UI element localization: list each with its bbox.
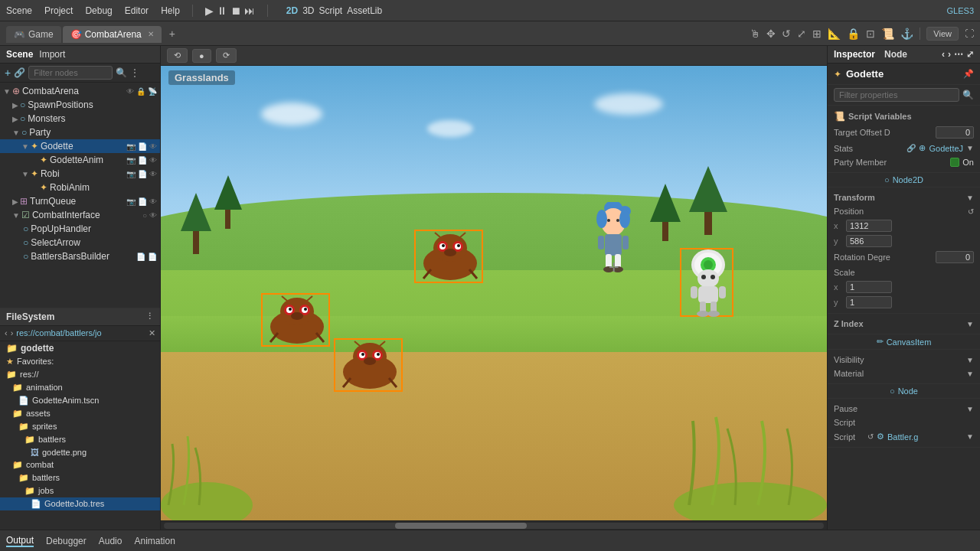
zindex-dropdown[interactable]: ▼ [966, 320, 974, 328]
filter-nodes-input[interactable] [28, 66, 113, 80]
target-offset-value[interactable]: 0 [936, 126, 974, 139]
menu-editor[interactable]: Editor [125, 5, 149, 16]
assetlib-button[interactable]: AssetLib [347, 5, 382, 16]
insp-nav-history[interactable]: ⋯ [954, 49, 963, 60]
animation-tab[interactable]: Animation [134, 536, 175, 546]
viewport-center-button[interactable]: ● [192, 49, 211, 63]
rotate-tool-button[interactable]: ↺ [782, 28, 791, 40]
tree-item-turnqueue[interactable]: ▶ ⊞ TurnQueue 📷 📄 👁 [0, 194, 160, 208]
pause-button[interactable]: ⏸ [217, 5, 227, 17]
scale-tool-button[interactable]: ⤢ [797, 28, 806, 40]
fs-sprites[interactable]: 📁 sprites [0, 420, 160, 433]
tree-item-combatarena[interactable]: ▼ ⊕ CombatArena 👁 🔒 📡 [0, 84, 160, 98]
fullscreen-button[interactable]: ⛶ [965, 28, 974, 39]
tree-item-spawnpositions[interactable]: ▶ ○ SpawnPositions [0, 98, 160, 112]
scale-y-value[interactable]: 1 [846, 296, 892, 308]
select-tool-button[interactable]: 🖱 [750, 28, 760, 40]
script-variables-title[interactable]: 📜 Script Variables [828, 109, 980, 124]
menu-project[interactable]: Project [44, 5, 73, 16]
script-tool-button[interactable]: 📜 [881, 28, 894, 40]
tree-item-popuphandler[interactable]: ○ PopUpHandler [0, 222, 160, 236]
fs-close-button[interactable]: ✕ [149, 328, 155, 338]
stop-button[interactable]: ⏹ [230, 5, 241, 17]
scene-tab[interactable]: Scene [6, 49, 33, 60]
anchor-tool-button[interactable]: ⚓ [900, 28, 913, 40]
tree-item-monsters[interactable]: ▶ ○ Monsters [0, 112, 160, 126]
menu-debug[interactable]: Debug [85, 5, 112, 16]
fs-combat[interactable]: 📁 combat [0, 458, 160, 471]
stats-value[interactable]: GodetteJ [929, 144, 963, 153]
scale-x-value[interactable]: 1 [846, 281, 892, 293]
tree-item-party[interactable]: ▼ ○ Party [0, 126, 160, 139]
scene-options-icon[interactable]: ⋮ [130, 67, 139, 78]
play-button[interactable]: ▶ [205, 5, 214, 17]
tree-item-robianim[interactable]: ✦ RobiAnim [0, 181, 160, 194]
next-button[interactable]: ⏭ [244, 5, 255, 17]
close-tab-button[interactable]: ✕ [148, 30, 154, 38]
fs-godette-png[interactable]: 🖼 godette.png [0, 446, 160, 458]
fs-res[interactable]: 📁 res:// [0, 368, 160, 381]
fs-battlers-sprites[interactable]: 📁 battlers [0, 433, 160, 446]
position-y-value[interactable]: 586 [846, 235, 892, 247]
tree-item-godette[interactable]: ▼ ✦ Godette 📷 📄 👁 [0, 139, 160, 153]
insp-nav-forward[interactable]: › [948, 49, 951, 60]
add-node-icon[interactable]: + [5, 67, 11, 79]
tree-item-selectarrow[interactable]: ○ SelectArrow [0, 236, 160, 249]
transform-dropdown[interactable]: ▼ [966, 194, 974, 202]
fs-nav-back[interactable]: ‹ [5, 328, 8, 337]
group-tool-button[interactable]: ⊡ [866, 28, 875, 40]
insp-nav-back[interactable]: ‹ [942, 49, 945, 60]
monster-3-selection[interactable] [334, 338, 403, 392]
material-dropdown[interactable]: ▼ [966, 370, 974, 378]
menu-scene[interactable]: Scene [6, 5, 32, 16]
tab-game[interactable]: 🎮 Game [6, 26, 61, 43]
fs-nav-forward[interactable]: › [11, 328, 14, 337]
fs-battlers-combat[interactable]: 📁 battlers [0, 471, 160, 484]
inspector-filter-input[interactable] [834, 88, 959, 102]
fs-jobs[interactable]: 📁 jobs [0, 484, 160, 497]
visibility-dropdown[interactable]: ▼ [966, 356, 974, 364]
viewport-scrollbar[interactable] [161, 520, 827, 530]
inspector-tab[interactable]: Inspector [834, 49, 875, 60]
fs-favorites[interactable]: ★ Favorites: [0, 355, 160, 368]
link-node-icon[interactable]: 🔗 [14, 67, 25, 78]
script-value[interactable]: Battler.g [887, 432, 918, 442]
monster-1-selection[interactable] [414, 230, 483, 283]
zindex-title[interactable]: Z Index ▼ [828, 317, 980, 331]
viewport-reset-button[interactable]: ⟲ [167, 48, 188, 63]
import-tab[interactable]: Import [39, 49, 65, 60]
robi-character[interactable] [680, 248, 733, 317]
fs-assets[interactable]: 📁 assets [0, 407, 160, 420]
party-member-checkbox[interactable] [950, 158, 959, 167]
script-button[interactable]: Script [319, 5, 343, 16]
lock-tool-button[interactable]: 🔒 [847, 28, 860, 40]
mode-3d-button[interactable]: 3D [302, 5, 314, 16]
stats-dropdown[interactable]: ▼ [966, 144, 974, 152]
tab-combatarena[interactable]: 🎯 CombatArena ✕ [63, 26, 162, 43]
grid-tool-button[interactable]: ⊞ [812, 28, 822, 40]
fs-godetteanim-tscn[interactable]: 📄 GodetteAnim.tscn [0, 394, 160, 407]
audio-tab[interactable]: Audio [99, 536, 122, 546]
output-tab[interactable]: Output [6, 535, 34, 547]
scroll-thumb[interactable] [395, 523, 527, 529]
menu-help[interactable]: Help [161, 5, 180, 16]
tree-item-robi[interactable]: ▼ ✦ Robi 📷 📄 👁 [0, 167, 160, 181]
pause-dropdown[interactable]: ▼ [966, 405, 974, 413]
fs-godettejob-tres[interactable]: 📄 GodetteJob.tres [0, 497, 160, 510]
node-tab[interactable]: Node [884, 49, 907, 60]
fs-options[interactable]: ⋮ [145, 311, 154, 321]
mode-2d-button[interactable]: 2D [286, 5, 298, 16]
tree-item-godetteanim[interactable]: ✦ GodetteAnim 📷 📄 👁 [0, 153, 160, 167]
monster-2-selection[interactable] [261, 293, 330, 347]
snap-tool-button[interactable]: 📐 [828, 28, 841, 40]
viewport-refresh-button[interactable]: ⟳ [216, 48, 237, 63]
move-tool-button[interactable]: ✥ [766, 28, 776, 40]
tree-item-battlersbarsbuilder[interactable]: ○ BattlersBarsBuilder 📄 📄 [0, 249, 160, 263]
viewport-content[interactable]: Grasslands [161, 66, 827, 520]
transform-title[interactable]: Transform ▼ [828, 191, 980, 204]
filter-search-icon[interactable]: 🔍 [116, 67, 127, 78]
fs-animation[interactable]: 📁 animation [0, 381, 160, 394]
debugger-tab[interactable]: Debugger [46, 536, 87, 546]
position-reset-icon[interactable]: ↺ [968, 207, 974, 216]
script-dropdown[interactable]: ▼ [966, 432, 974, 441]
